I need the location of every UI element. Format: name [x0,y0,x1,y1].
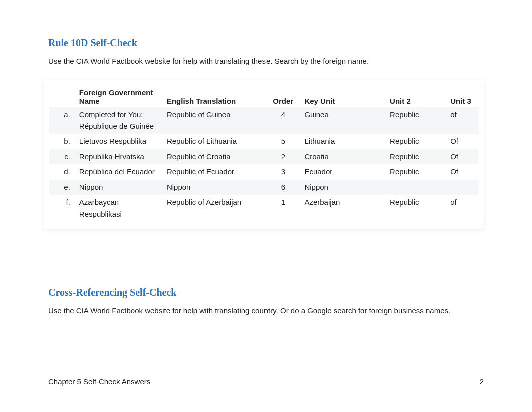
table-row: a.Completed for You: République de Guiné… [49,107,479,134]
row-label: d. [49,164,75,180]
table-container: Foreign Government Name English Translat… [44,80,484,229]
table-row: e.NipponNippon6Nippon [49,180,479,195]
row-label: f. [49,195,75,222]
row-unit3: Of [446,149,479,165]
row-english: Republic of Ecuador [163,164,265,180]
row-unit2: Republic [386,195,446,222]
row-unit3: Of [446,134,479,149]
row-unit3 [446,180,479,195]
table-header-row: Foreign Government Name English Translat… [49,86,479,107]
row-english: Republic of Croatia [163,149,265,165]
table-row: c.Republika HrvatskaRepublic of Croatia2… [49,149,479,165]
table-row: b.Lietuvos RespublikaRepublic of Lithuan… [49,134,479,149]
page-footer: Chapter 5 Self-Check Answers 2 [48,377,484,386]
row-label: c. [49,149,75,165]
row-unit2: Republic [386,134,446,149]
section-1-intro: Use the CIA World Factbook website for h… [48,56,484,66]
row-unit2 [386,180,446,195]
row-order: 6 [265,180,300,195]
row-order: 4 [265,107,300,134]
row-key: Lithuania [300,134,386,149]
row-unit2: Republic [386,149,446,165]
row-foreign: Republika Hrvatska [75,149,163,165]
data-table: Foreign Government Name English Translat… [49,86,479,222]
row-key: Croatia [300,149,386,165]
row-order: 2 [265,149,300,165]
row-order: 1 [265,195,300,222]
col-header-foreign: Foreign Government Name [75,86,163,107]
row-foreign: Nippon [75,180,163,195]
row-english: Nippon [163,180,265,195]
col-header-order: Order [265,86,300,107]
row-unit2: Republic [386,164,446,180]
row-order: 3 [265,164,300,180]
row-order: 5 [265,134,300,149]
row-english: Republic of Azerbaijan [163,195,265,222]
section-2-intro: Use the CIA World Factbook website for h… [48,305,484,316]
col-header-english: English Translation [163,86,265,107]
row-foreign: Completed for You: République de Guinée [75,107,163,134]
row-key: Guinea [300,107,386,134]
row-foreign: República del Ecuador [75,164,163,180]
section-2: Cross-Referencing Self-Check Use the CIA… [48,287,484,316]
row-key: Ecuador [300,164,386,180]
table-row: f.Azarbaycan RespublikasiRepublic of Aze… [49,195,479,222]
row-key: Azerbaijan [300,195,386,222]
col-header-unit3: Unit 3 [446,86,479,107]
row-label: a. [49,107,75,134]
row-key: Nippon [300,180,386,195]
row-foreign: Azarbaycan Respublikasi [75,195,163,222]
row-unit3: of [446,107,479,134]
col-header-unit2: Unit 2 [386,86,446,107]
row-english: Republic of Lithuania [163,134,265,149]
row-unit2: Republic [386,107,446,134]
section-1-title: Rule 10D Self-Check [48,37,484,49]
row-label: b. [49,134,75,149]
row-unit3: of [446,195,479,222]
col-header-key: Key Unit [300,86,386,107]
section-2-title: Cross-Referencing Self-Check [48,287,484,298]
footer-left: Chapter 5 Self-Check Answers [48,377,150,386]
row-english: Republic of Guinea [163,107,265,134]
row-unit3: Of [446,164,479,180]
footer-page-number: 2 [480,377,484,386]
document-page: Rule 10D Self-Check Use the CIA World Fa… [0,0,532,316]
col-header-blank [49,86,75,107]
row-label: e. [49,180,75,195]
table-row: d.República del EcuadorRepublic of Ecuad… [49,164,479,180]
row-foreign: Lietuvos Respublika [75,134,163,149]
